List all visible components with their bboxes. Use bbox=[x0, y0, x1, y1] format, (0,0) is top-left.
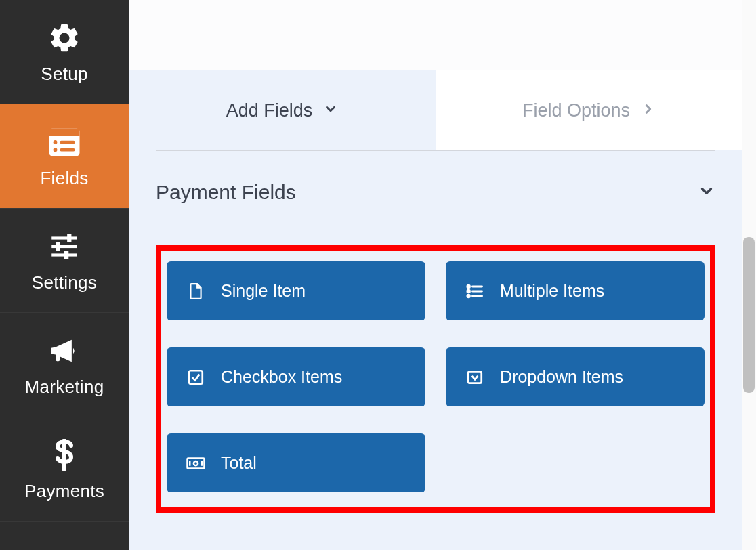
form-icon bbox=[45, 123, 83, 161]
sidebar-item-label: Fields bbox=[40, 168, 88, 189]
svg-point-17 bbox=[467, 290, 470, 293]
svg-point-4 bbox=[54, 148, 58, 152]
field-label: Multiple Items bbox=[500, 281, 604, 301]
sidebar-item-setup[interactable]: Setup bbox=[0, 0, 129, 104]
sidebar-item-marketing[interactable]: Marketing bbox=[0, 313, 129, 417]
tab-label: Field Options bbox=[522, 100, 630, 121]
tab-field-options[interactable]: Field Options bbox=[436, 70, 742, 150]
field-single-item[interactable]: Single Item bbox=[167, 261, 425, 320]
panel-header[interactable]: Payment Fields bbox=[156, 181, 715, 230]
field-label: Single Item bbox=[221, 281, 306, 301]
svg-point-22 bbox=[194, 461, 198, 465]
money-icon bbox=[186, 453, 206, 473]
field-checkbox-items[interactable]: Checkbox Items bbox=[167, 347, 425, 406]
tab-label: Add Fields bbox=[226, 100, 313, 121]
gear-icon bbox=[45, 19, 83, 57]
svg-rect-9 bbox=[67, 234, 71, 242]
sidebar-item-label: Setup bbox=[41, 64, 87, 85]
svg-rect-3 bbox=[60, 141, 75, 144]
dropdown-icon bbox=[465, 367, 485, 387]
panel-title: Payment Fields bbox=[156, 181, 296, 204]
main-panel: Add Fields Field Options Payment Fields bbox=[129, 0, 742, 550]
svg-rect-20 bbox=[468, 371, 482, 383]
highlight-annotation: Single Item Multiple Items Checkbox Item… bbox=[156, 245, 715, 513]
sidebar-item-settings[interactable]: Settings bbox=[0, 209, 129, 313]
app-root: Setup Fields Settings Marketing Payments bbox=[0, 0, 742, 550]
list-icon bbox=[465, 281, 485, 301]
svg-rect-19 bbox=[189, 371, 203, 384]
sidebar-item-fields[interactable]: Fields bbox=[0, 104, 129, 209]
svg-rect-12 bbox=[56, 354, 60, 361]
svg-point-18 bbox=[467, 295, 470, 297]
chevron-down-icon bbox=[698, 182, 715, 203]
chevron-down-icon bbox=[323, 100, 338, 121]
scrollbar-vertical[interactable] bbox=[742, 0, 756, 550]
file-icon bbox=[186, 281, 206, 301]
field-dropdown-items[interactable]: Dropdown Items bbox=[446, 347, 705, 406]
field-total[interactable]: Total bbox=[167, 433, 425, 492]
scrollbar-thumb[interactable] bbox=[743, 237, 755, 393]
field-label: Dropdown Items bbox=[500, 367, 623, 387]
svg-rect-11 bbox=[64, 251, 68, 259]
sidebar-item-payments[interactable]: Payments bbox=[0, 417, 129, 522]
field-label: Total bbox=[221, 453, 257, 473]
svg-rect-5 bbox=[60, 148, 75, 152]
dollar-icon bbox=[45, 436, 83, 474]
sliders-icon bbox=[45, 228, 83, 266]
svg-rect-6 bbox=[51, 236, 77, 239]
tabs: Add Fields Field Options bbox=[129, 70, 742, 150]
sidebar: Setup Fields Settings Marketing Payments bbox=[0, 0, 129, 550]
svg-rect-10 bbox=[56, 242, 60, 251]
fields-panel: Payment Fields Single Item bbox=[129, 151, 742, 513]
field-grid: Single Item Multiple Items Checkbox Item… bbox=[167, 261, 705, 492]
svg-point-2 bbox=[54, 140, 58, 144]
chevron-right-icon bbox=[641, 100, 656, 121]
top-toolbar bbox=[129, 0, 742, 70]
svg-point-16 bbox=[467, 285, 470, 288]
checkbox-icon bbox=[186, 367, 206, 387]
field-label: Checkbox Items bbox=[221, 367, 342, 387]
field-multiple-items[interactable]: Multiple Items bbox=[446, 261, 705, 320]
sidebar-item-label: Settings bbox=[32, 272, 97, 293]
svg-rect-7 bbox=[51, 245, 77, 248]
megaphone-icon bbox=[45, 332, 83, 370]
sidebar-item-label: Marketing bbox=[25, 377, 104, 398]
svg-rect-1 bbox=[49, 129, 80, 136]
tab-add-fields[interactable]: Add Fields bbox=[129, 70, 436, 150]
sidebar-item-label: Payments bbox=[24, 481, 104, 502]
